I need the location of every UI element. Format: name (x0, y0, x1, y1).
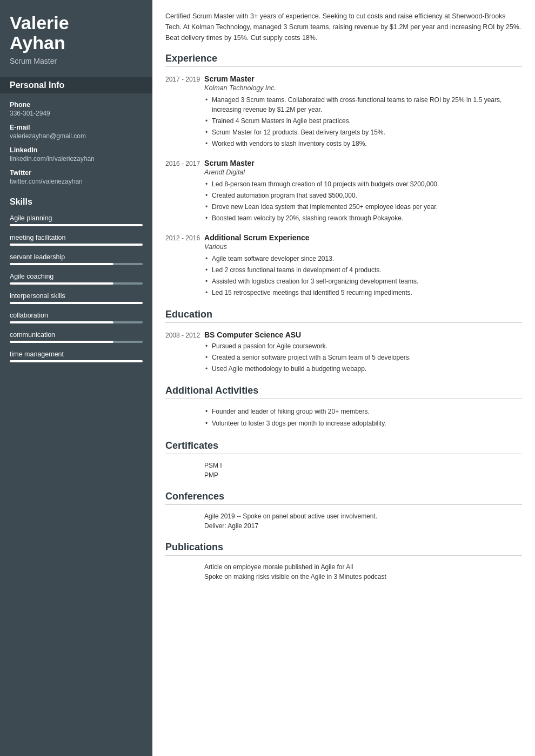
bullet-item: Led 2 cross functional teams in developm… (204, 265, 522, 275)
exp-dates: 2016 - 2017 (165, 159, 204, 225)
bullet-item: Agile team software developer since 2013… (204, 254, 522, 264)
skill-bar-fill (10, 321, 113, 323)
email-value: valeriezayhan@gmail.com (10, 132, 143, 140)
job-title-sidebar: Scrum Master (10, 57, 143, 65)
publication-item: Article on employee morale published in … (204, 563, 522, 571)
skill-bar-fill (10, 341, 113, 343)
skill-item: meeting facilitation (10, 234, 143, 246)
skill-name: meeting facilitation (10, 234, 143, 241)
twitter-value: twitter.com/valeriezayhan (10, 178, 143, 185)
bullet-item: Worked with vendors to slash inventory c… (204, 139, 522, 148)
conferences-section: Conferences Agile 2019 -- Spoke on panel… (165, 491, 522, 532)
skill-item: servant leadership (10, 253, 143, 265)
edu-degree: BS Computer Science ASU (204, 330, 522, 339)
activities-list: Founder and leader of hiking group with … (204, 407, 522, 430)
exp-content: Scrum Master Arendt Digital Led 8-person… (204, 159, 522, 225)
first-name: Valerie (10, 12, 69, 33)
twitter-label: Twitter (10, 169, 143, 177)
main-content: Certified Scrum Master with 3+ years of … (152, 0, 535, 756)
publication-item: Spoke on making risks visible on the Agi… (204, 573, 522, 580)
bullet-item: Led 15 retrospective meetings that ident… (204, 288, 522, 298)
exp-bullets: Agile team software developer since 2013… (204, 254, 522, 298)
cert-row: PSM IPMP (165, 462, 522, 481)
candidate-name: Valerie Ayhan (10, 13, 143, 53)
conference-item: Deliver: Agile 2017 (204, 522, 522, 530)
bullet-item: Assisted with logistics creation for 3 s… (204, 276, 522, 286)
conf-row: Agile 2019 -- Spoke on panel about activ… (165, 512, 522, 532)
linkedin-value: linkedin.com/in/valeriezayhan (10, 155, 143, 163)
exp-job-title: Scrum Master (204, 159, 522, 167)
activity-item: Volunteer to foster 3 dogs per month to … (204, 418, 522, 428)
conferences-heading: Conferences (165, 491, 522, 505)
activity-item: Founder and leader of hiking group with … (204, 407, 522, 416)
publications-heading: Publications (165, 542, 522, 556)
skill-item: Agile planning (10, 214, 143, 226)
exp-bullets: Led 8-person team through creation of 10… (204, 179, 522, 223)
cert-indent (165, 462, 204, 481)
cert-list: PSM IPMP (204, 462, 522, 481)
pub-indent (165, 563, 204, 583)
education-section: Education 2008 - 2012 BS Computer Scienc… (165, 309, 522, 375)
edu-content: BS Computer Science ASU Pursued a passio… (204, 330, 522, 375)
skill-item: Agile coaching (10, 273, 143, 285)
edu-bullets: Pursued a passion for Agile coursework.C… (204, 341, 522, 374)
pub-row: Article on employee morale published in … (165, 563, 522, 583)
skill-bar (10, 244, 143, 246)
publications-section: Publications Article on employee morale … (165, 542, 522, 583)
skill-name: servant leadership (10, 253, 143, 261)
skills-heading: Skills (10, 197, 143, 207)
skill-bar-fill (10, 224, 143, 226)
last-name: Ayhan (10, 32, 65, 53)
skill-item: interpersonal skills (10, 292, 143, 304)
activities-row: Founder and leader of hiking group with … (165, 407, 522, 430)
education-entry: 2008 - 2012 BS Computer Science ASU Purs… (165, 330, 522, 375)
skill-bar-accent (113, 341, 143, 343)
pub-list: Article on employee morale published in … (204, 563, 522, 583)
exp-company: Various (204, 243, 522, 251)
skill-name: Agile planning (10, 214, 143, 222)
experience-list: 2017 - 2019 Scrum Master Kolman Technolo… (165, 75, 522, 299)
skill-name: Agile coaching (10, 273, 143, 280)
education-list: 2008 - 2012 BS Computer Science ASU Purs… (165, 330, 522, 375)
skill-bar (10, 321, 143, 323)
conference-item: Agile 2019 -- Spoke on panel about activ… (204, 512, 522, 520)
summary-text: Certified Scrum Master with 3+ years of … (165, 11, 522, 43)
bullet-item: Created automation program that saved $5… (204, 191, 522, 200)
exp-bullets: Managed 3 Scrum teams. Collaborated with… (204, 95, 522, 148)
skill-bar-fill (10, 302, 143, 304)
skill-name: collaboration (10, 312, 143, 319)
conf-list: Agile 2019 -- Spoke on panel about activ… (204, 512, 522, 532)
certificate-item: PMP (204, 471, 522, 479)
skill-bar (10, 302, 143, 304)
skill-name: time management (10, 350, 143, 358)
conf-indent (165, 512, 204, 532)
skill-bar-accent (113, 321, 143, 323)
exp-dates: 2012 - 2016 (165, 233, 204, 299)
sidebar: Valerie Ayhan Scrum Master Personal Info… (0, 0, 152, 756)
bullet-item: Pursued a passion for Agile coursework. (204, 341, 522, 351)
phone-value: 336-301-2949 (10, 110, 143, 117)
skill-item: collaboration (10, 312, 143, 323)
exp-job-title: Additional Scrum Experience (204, 233, 522, 242)
skill-item: communication (10, 331, 143, 343)
bullet-item: Drove new Lean idea system that implemen… (204, 202, 522, 212)
email-label: E-mail (10, 124, 143, 131)
skill-bar-accent (113, 263, 143, 265)
certificate-item: PSM I (204, 462, 522, 469)
skills-section: Skills Agile planning meeting facilitati… (10, 197, 143, 362)
personal-info-heading: Personal Info (0, 77, 152, 93)
experience-heading: Experience (165, 53, 522, 67)
skill-bar (10, 282, 143, 285)
skill-bar-fill (10, 244, 143, 246)
experience-section: Experience 2017 - 2019 Scrum Master Kolm… (165, 53, 522, 299)
exp-dates: 2017 - 2019 (165, 75, 204, 150)
skill-bar-fill (10, 282, 113, 285)
linkedin-label: LinkedIn (10, 146, 143, 154)
activities-indent (165, 407, 204, 430)
skill-name: interpersonal skills (10, 292, 143, 300)
experience-entry: 2012 - 2016 Additional Scrum Experience … (165, 233, 522, 299)
exp-company: Arendt Digital (204, 168, 522, 176)
skill-bar-accent (113, 282, 143, 285)
exp-company: Kolman Technology Inc. (204, 84, 522, 92)
bullet-item: Used Agile methodology to build a budget… (204, 364, 522, 374)
